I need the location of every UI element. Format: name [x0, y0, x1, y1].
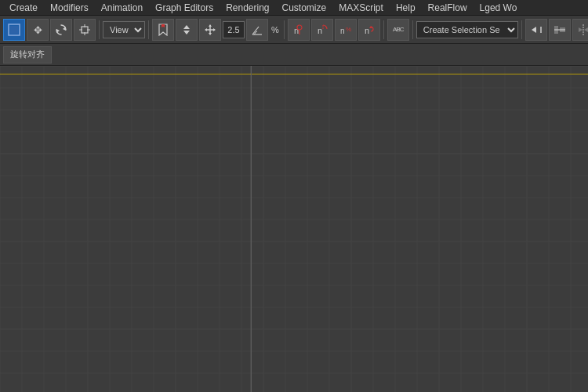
svg-marker-4 — [56, 29, 60, 33]
menu-bar: CreateModifiersAnimationGraph EditorsRen… — [0, 0, 588, 16]
align-button[interactable] — [549, 19, 571, 41]
svg-marker-31 — [532, 27, 536, 33]
svg-marker-17 — [209, 33, 212, 35]
svg-text:%: % — [346, 26, 351, 33]
svg-marker-19 — [213, 28, 216, 31]
move-gizmo-button[interactable] — [199, 19, 221, 41]
angle-button[interactable] — [246, 19, 268, 41]
svg-marker-12 — [183, 25, 190, 29]
mirror-button[interactable] — [572, 19, 588, 41]
percent-snap-button[interactable]: n% — [335, 19, 357, 41]
svg-rect-1 — [10, 26, 18, 34]
grid-canvas — [0, 66, 588, 392]
svg-marker-13 — [183, 31, 190, 34]
menu-item-help[interactable]: Help — [390, 1, 422, 15]
menu-item-animation[interactable]: Animation — [95, 1, 149, 15]
number-input[interactable] — [223, 21, 245, 38]
svg-marker-11 — [162, 24, 165, 27]
svg-line-21 — [252, 27, 259, 34]
scale-button[interactable] — [74, 19, 96, 41]
bookmark-button[interactable] — [152, 19, 174, 41]
toolbar-separator-4 — [383, 20, 384, 39]
viewport — [0, 66, 588, 392]
svg-rect-5 — [82, 27, 88, 33]
horizon-line — [0, 74, 588, 74]
spinner-snap-button[interactable]: n — [358, 19, 380, 41]
svg-text:n: n — [318, 26, 322, 35]
sub-toolbar-button-0[interactable]: 旋转对齐 — [3, 46, 52, 64]
selection-set-dropdown[interactable]: Create Selection Se — [416, 21, 518, 38]
select-button[interactable] — [3, 19, 25, 41]
rotate-button[interactable] — [50, 19, 72, 41]
menu-item-rendering[interactable]: Rendering — [220, 1, 275, 15]
svg-text:✥: ✥ — [34, 24, 42, 36]
menu-item-create[interactable]: Create — [3, 1, 44, 15]
toolbar-separator-3 — [284, 20, 285, 39]
step-back-button[interactable] — [525, 19, 547, 41]
menu-item-realflow[interactable]: RealFlow — [422, 1, 474, 15]
toolbar-separator-5 — [412, 20, 413, 39]
named-selection-button[interactable]: ABC — [387, 19, 409, 41]
percent-label: % — [270, 25, 281, 34]
menu-item-lged-wo[interactable]: Lged Wo — [474, 1, 524, 15]
svg-marker-18 — [205, 28, 207, 31]
svg-marker-16 — [209, 24, 212, 27]
svg-marker-37 — [579, 27, 583, 32]
snap-toggle-button[interactable]: n — [288, 19, 310, 41]
svg-marker-38 — [584, 27, 588, 32]
toolbar-separator-6 — [521, 20, 522, 39]
toolbar-separator-2 — [148, 20, 149, 39]
angle-snap-button[interactable]: n — [311, 19, 333, 41]
menu-item-maxscript[interactable]: MAXScript — [332, 1, 390, 15]
navigate-button[interactable] — [176, 19, 198, 41]
svg-text:n: n — [294, 26, 299, 35]
menu-item-graph-editors[interactable]: Graph Editors — [149, 1, 220, 15]
vertical-center-line — [251, 66, 252, 392]
toolbar-separator-1 — [99, 20, 100, 39]
view-dropdown[interactable]: View — [103, 21, 145, 38]
svg-text:n: n — [340, 27, 345, 35]
svg-marker-3 — [63, 27, 66, 31]
move-button[interactable]: ✥ — [27, 19, 49, 41]
menu-item-customize[interactable]: Customize — [276, 1, 333, 15]
svg-text:n: n — [365, 26, 369, 35]
main-toolbar: ✥View%nnn%nABCCreate Selection Se — [0, 16, 588, 44]
menu-item-modifiers[interactable]: Modifiers — [44, 1, 95, 15]
sub-toolbar: 旋转对齐 — [0, 44, 588, 66]
